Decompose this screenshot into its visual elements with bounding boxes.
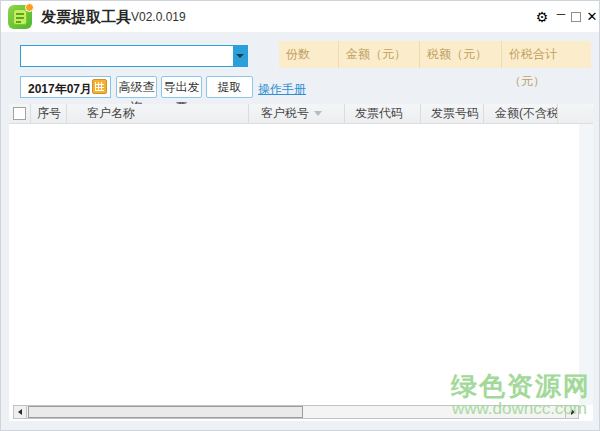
select-all-cell	[9, 104, 31, 124]
extract-button[interactable]: 提取	[206, 76, 253, 98]
column-header-customer-name[interactable]: 客户名称	[67, 104, 249, 124]
manual-link[interactable]: 操作手册	[258, 81, 306, 98]
calendar-icon[interactable]	[92, 79, 107, 94]
column-header-customer-taxid-label: 客户税号	[261, 106, 309, 120]
scroll-right-icon[interactable]	[565, 406, 578, 418]
app-version: V02.0.019	[131, 10, 186, 24]
horizontal-scrollbar[interactable]	[13, 405, 579, 419]
invoice-type-select[interactable]	[20, 45, 248, 67]
summary-tax-label: 税额（元）	[419, 41, 501, 68]
export-invoice-button[interactable]: 导出发票	[161, 76, 202, 98]
chevron-down-icon[interactable]	[233, 46, 247, 66]
column-header-filler	[558, 104, 593, 124]
invoice-table: 序号 客户名称 客户税号 发票代码 发票号码 金额(不含税)	[9, 104, 593, 421]
app-title: 发票提取工具	[41, 8, 131, 27]
table-header-row: 序号 客户名称 客户税号 发票代码 发票号码 金额(不含税)	[9, 104, 593, 124]
close-icon[interactable]: ✕	[585, 9, 599, 24]
column-header-invoice-number[interactable]: 发票号码	[421, 104, 484, 124]
summary-count-label: 份数	[279, 41, 338, 68]
summary-amount-label: 金额（元）	[338, 41, 419, 68]
column-header-amount[interactable]: 金额(不含税)	[484, 104, 558, 124]
date-input[interactable]: 2017年07月	[20, 76, 111, 98]
title-bar: 发票提取工具 V02.0.019 ⚙ ─ ✕	[1, 1, 599, 33]
date-input-value: 2017年07月	[28, 81, 92, 98]
summary-panel: 份数 金额（元） 税额（元） 价税合计（元）	[279, 41, 591, 68]
column-header-index[interactable]: 序号	[31, 104, 67, 124]
settings-gear-icon[interactable]: ⚙	[534, 9, 550, 25]
filter-icon[interactable]	[314, 111, 322, 116]
summary-total-label: 价税合计（元）	[501, 41, 591, 68]
scrollbar-thumb[interactable]	[28, 406, 303, 418]
minimize-icon[interactable]: ─	[554, 7, 568, 21]
select-all-checkbox[interactable]	[13, 107, 26, 120]
badge-icon	[25, 3, 34, 12]
column-header-invoice-code[interactable]: 发票代码	[345, 104, 421, 124]
maximize-icon[interactable]	[571, 12, 581, 22]
invoice-glyph-icon	[13, 9, 27, 25]
app-window: 发票提取工具 V02.0.019 ⚙ ─ ✕ 份数 金额（元） 税额（元） 价税…	[0, 0, 600, 431]
column-header-customer-taxid[interactable]: 客户税号	[249, 104, 345, 124]
app-icon	[8, 5, 32, 29]
advanced-query-button[interactable]: 高级查询	[116, 76, 157, 98]
scroll-left-icon[interactable]	[14, 406, 27, 418]
vertical-scrollbar[interactable]	[579, 124, 593, 405]
